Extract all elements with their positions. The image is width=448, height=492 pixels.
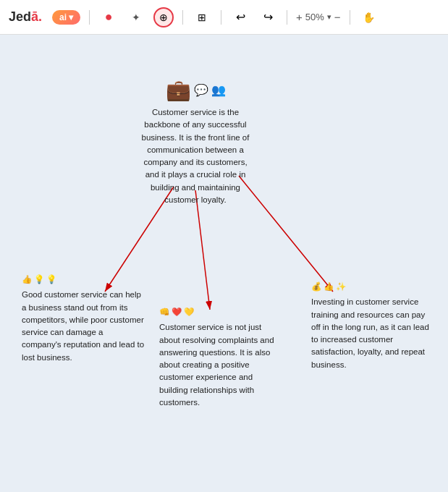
circle-icon: ●	[105, 9, 113, 25]
center-node-icons: 💼 💬 👥	[141, 78, 250, 102]
pen-tool-button[interactable]: ✦	[126, 7, 146, 27]
zoom-in-icon[interactable]: +	[296, 11, 303, 23]
zoom-chevron-icon[interactable]: ▾	[327, 12, 331, 22]
pen-icon: ✦	[132, 12, 140, 23]
svg-line-2	[195, 190, 210, 310]
separator-1	[89, 10, 90, 25]
svg-line-3	[239, 176, 333, 292]
canvas: 💼 💬 👥 Customer service is the backbone o…	[0, 35, 448, 492]
hand-tool-button[interactable]: ✋	[359, 7, 379, 27]
zoom-controls: + 50% ▾ −	[296, 11, 341, 23]
right-node: 💰 👍 ✨ Investing in customer service trai…	[311, 281, 431, 371]
people-icon: 👥	[211, 83, 226, 97]
left-node-emojis: 👍 💡 💡	[22, 273, 145, 286]
toolbar: Jedā. ai ▾ ● ✦ ⊕ ⊞ ↩ ↪ + 50% ▾ − ✋	[0, 0, 448, 35]
undo-icon: ↩	[236, 10, 245, 24]
logo-dot: ā.	[31, 9, 42, 24]
ai-button[interactable]: ai ▾	[52, 10, 80, 25]
separator-4	[287, 10, 287, 25]
center-bottom-node-text: Customer service is not just about resol…	[159, 321, 275, 409]
speech-bubble-icon: 💬	[194, 83, 208, 97]
center-node-text: Customer service is the backbone of any …	[141, 106, 250, 206]
zoom-out-icon[interactable]: −	[334, 11, 341, 23]
right-node-text: Investing in customer service training a…	[311, 296, 431, 371]
ai-chevron-icon: ▾	[69, 12, 73, 22]
ai-label: ai	[59, 12, 67, 22]
logo: Jedā.	[9, 9, 42, 25]
center-bottom-node: 👊 ❤️ 💛 Customer service is not just abou…	[159, 306, 275, 409]
separator-2	[182, 10, 183, 25]
separator-3	[221, 10, 221, 25]
center-bottom-node-emojis: 👊 ❤️ 💛	[159, 306, 275, 318]
zoom-level-label: 50%	[305, 12, 324, 22]
cursor-tool-button[interactable]: ⊕	[153, 7, 174, 27]
center-node: 💼 💬 👥 Customer service is the backbone o…	[141, 78, 250, 206]
left-node-text: Good customer service can help a busines…	[22, 289, 145, 364]
separator-5	[350, 10, 350, 25]
left-node: 👍 💡 💡 Good customer service can help a b…	[22, 273, 145, 364]
grid-tool-button[interactable]: ⊞	[192, 7, 212, 27]
redo-button[interactable]: ↪	[258, 7, 278, 27]
undo-button[interactable]: ↩	[230, 7, 250, 27]
redo-icon: ↪	[263, 10, 273, 24]
briefcase-icon: 💼	[166, 78, 191, 102]
right-node-emojis: 💰 👍 ✨	[311, 281, 431, 293]
grid-icon: ⊞	[198, 12, 206, 23]
hand-icon: ✋	[363, 12, 375, 23]
cursor-icon: ⊕	[159, 12, 168, 23]
circle-tool-button[interactable]: ●	[98, 7, 119, 27]
